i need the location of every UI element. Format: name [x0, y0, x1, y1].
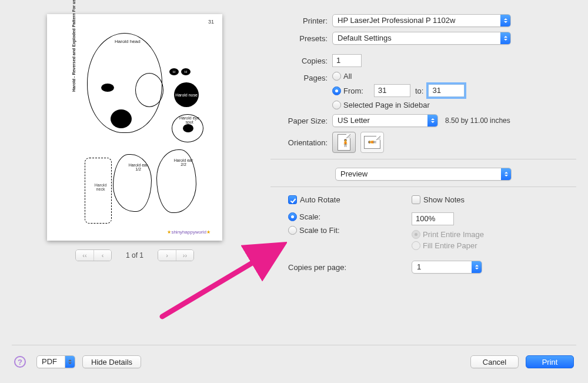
shape-ear-left: Harold ear 1/2	[113, 154, 152, 212]
page-preview: 31 Harold head H H Harold nose Harold ey…	[47, 14, 222, 241]
shape-eye	[101, 84, 114, 92]
copies-input[interactable]: 1	[332, 54, 362, 67]
last-page-button[interactable]: ››	[176, 250, 193, 261]
shape-h2: H	[181, 68, 191, 75]
copies-per-page-select[interactable]: 1	[412, 261, 482, 274]
cancel-button[interactable]: Cancel	[470, 355, 519, 368]
orientation-portrait[interactable]: 🧍	[332, 132, 356, 153]
shape-ear-right: Harold ear 2/2	[156, 149, 196, 213]
pages-all-radio[interactable]	[332, 72, 341, 81]
person-rotated-icon: 🧍	[368, 138, 376, 146]
paper-size-select[interactable]: US Letter	[332, 114, 438, 127]
pdf-menu[interactable]: PDF	[36, 355, 75, 368]
help-button[interactable]: ?	[14, 356, 26, 368]
shape-neck: Harold neck	[85, 158, 112, 224]
shape-h1: H	[169, 68, 179, 75]
preview-nav: ‹‹ ‹ 1 of 1 › ››	[47, 248, 222, 262]
shape-nose: Harold nose	[174, 82, 199, 107]
scale-to-fit-radio[interactable]	[288, 226, 297, 235]
orientation-label: Orientation:	[270, 138, 332, 147]
orientation-landscape[interactable]: 🧍	[360, 132, 384, 153]
print-entire-radio	[412, 230, 420, 239]
pages-label: Pages:	[270, 72, 332, 82]
prev-page-button[interactable]: ‹	[93, 250, 111, 261]
preview-page-number: 31	[208, 19, 214, 25]
selected-page-radio[interactable]	[332, 101, 341, 109]
hide-details-button[interactable]: Hide Details	[82, 355, 141, 368]
page-from-input[interactable]: 31	[374, 84, 410, 97]
app-menu-select[interactable]: Preview	[335, 168, 512, 181]
auto-rotate-checkbox[interactable]	[288, 195, 297, 204]
pattern-title: Harold - Reversed and Exploded Pattern F…	[72, 0, 76, 92]
shape-mouth	[111, 109, 132, 128]
show-notes-checkbox[interactable]	[412, 195, 420, 204]
copies-label: Copies:	[270, 56, 332, 65]
presets-label: Presets:	[270, 34, 332, 43]
paper-size-label: Paper Size:	[270, 116, 332, 125]
scale-input[interactable]: 100%	[412, 212, 454, 225]
preview-credit: ★shinyhappyworld★	[167, 229, 211, 235]
pages-from-radio[interactable]	[332, 86, 341, 95]
person-icon: 🧍	[341, 139, 350, 147]
first-page-button[interactable]: ‹‹	[76, 250, 93, 261]
printer-label: Printer:	[270, 16, 332, 25]
paper-dimensions: 8.50 by 11.00 inches	[445, 116, 510, 125]
print-button[interactable]: Print	[526, 355, 574, 368]
scale-radio[interactable]	[288, 212, 297, 221]
fill-entire-radio	[412, 241, 420, 250]
printer-select[interactable]: HP LaserJet Professional P 1102w	[332, 14, 511, 27]
page-to-input[interactable]: 31	[428, 84, 465, 97]
shape-eye-spot: Harold eye spot	[172, 114, 203, 142]
presets-select[interactable]: Default Settings	[332, 32, 511, 45]
copies-per-page-label: Copies per page:	[288, 263, 412, 272]
next-page-button[interactable]: ›	[158, 250, 176, 261]
shape-ring	[135, 73, 163, 107]
page-counter: 1 of 1	[115, 251, 154, 259]
